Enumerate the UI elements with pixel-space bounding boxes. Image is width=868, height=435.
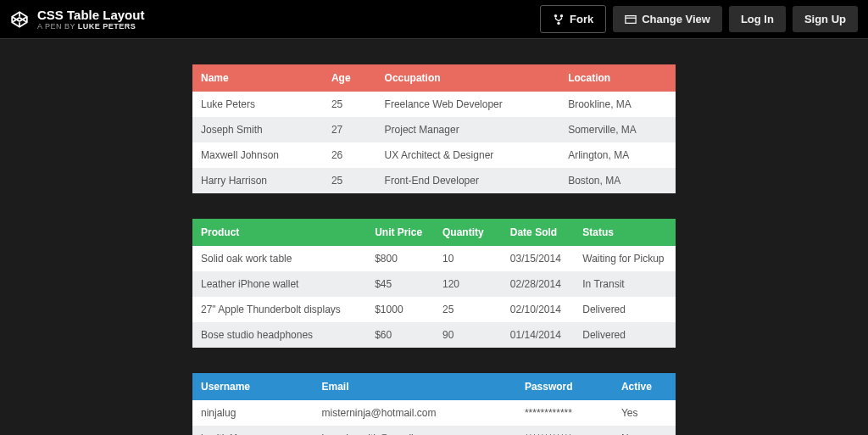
fork-button[interactable]: Fork	[540, 5, 606, 33]
table-cell: Brookline, MA	[559, 92, 676, 117]
people-table: NameAgeOccupationLocation Luke Peters25F…	[192, 64, 676, 193]
table-cell: $60	[366, 322, 434, 348]
table-cell: Boston, MA	[559, 168, 676, 193]
table-header-row: ProductUnit PriceQuantityDate SoldStatus	[192, 219, 676, 246]
column-header: Username	[192, 373, 314, 400]
table-cell: ************	[516, 426, 613, 435]
table-cell: Harry Harrison	[192, 168, 323, 193]
column-header: Date Sold	[502, 219, 575, 246]
column-header: Occupation	[376, 64, 560, 92]
content-scroll[interactable]: NameAgeOccupationLocation Luke Peters25F…	[0, 39, 868, 435]
table-cell: Luke Peters	[192, 92, 323, 117]
sign-up-label: Sign Up	[804, 13, 846, 25]
pen-title: CSS Table Layout	[37, 8, 144, 22]
table-row: Bose studio headphones$609001/14/2014Del…	[192, 322, 676, 348]
table-cell: Freelance Web Developer	[376, 92, 560, 117]
table-cell: 26	[323, 142, 376, 168]
table-cell: Joseph Smith	[192, 117, 323, 142]
table-cell: $1000	[366, 297, 434, 322]
table-cell: Waiting for Pickup	[574, 246, 676, 271]
table-cell: $800	[366, 246, 434, 271]
users-table: UsernameEmailPasswordActive ninjalugmist…	[192, 373, 676, 435]
table-cell: 27" Apple Thunderbolt displays	[192, 297, 366, 322]
table-cell: 27	[323, 117, 376, 142]
table-row: Maxwell Johnson26UX Architect & Designer…	[192, 142, 676, 168]
change-view-label: Change View	[642, 13, 710, 25]
table-cell: ninjalug	[192, 400, 314, 426]
table-cell: Arlington, MA	[559, 142, 676, 168]
table-cell: Solid oak work table	[192, 246, 366, 271]
pen-author[interactable]: Luke Peters	[78, 22, 136, 31]
table-cell: Yes	[613, 400, 676, 426]
table-cell: No	[613, 426, 676, 435]
table-row: jsmith41joseph.smith@gmail.com**********…	[192, 426, 676, 435]
table-row: ninjalugmisterninja@hotmail.com*********…	[192, 400, 676, 426]
table-cell: 02/28/2014	[502, 271, 575, 297]
table-cell: misterninja@hotmail.com	[314, 400, 516, 426]
table-cell: Leather iPhone wallet	[192, 271, 366, 297]
table-cell: ************	[516, 400, 613, 426]
column-header: Location	[559, 64, 676, 92]
svg-point-10	[557, 21, 560, 25]
table-cell: 25	[323, 168, 376, 193]
column-header: Quantity	[434, 219, 502, 246]
svg-rect-11	[626, 15, 636, 23]
table-cell: 90	[434, 322, 502, 348]
table-cell: Front-End Developer	[376, 168, 560, 193]
column-header: Active	[613, 373, 676, 400]
table-cell: 02/10/2014	[502, 297, 575, 322]
fork-icon	[553, 14, 565, 25]
content: NameAgeOccupationLocation Luke Peters25F…	[192, 64, 676, 401]
column-header: Unit Price	[366, 219, 434, 246]
table-cell: 10	[434, 246, 502, 271]
column-header: Product	[192, 219, 366, 246]
table-cell: Delivered	[574, 297, 676, 322]
table-row: Solid oak work table$8001003/15/2014Wait…	[192, 246, 676, 271]
table-cell: Delivered	[574, 322, 676, 348]
table-row: Leather iPhone wallet$4512002/28/2014In …	[192, 271, 676, 297]
table-cell: 120	[434, 271, 502, 297]
table-row: 27" Apple Thunderbolt displays$10002502/…	[192, 297, 676, 322]
top-bar: CSS Table Layout A PEN BY Luke Peters Fo…	[0, 0, 868, 39]
svg-point-9	[560, 14, 564, 17]
byline-prefix: A PEN BY	[37, 22, 78, 31]
column-header: Age	[323, 64, 376, 92]
column-header: Password	[516, 373, 613, 400]
codepen-logo-icon	[10, 10, 29, 29]
view-icon	[625, 14, 637, 25]
table-row: Harry Harrison25Front-End DeveloperBosto…	[192, 168, 676, 193]
table-cell: In Transit	[574, 271, 676, 297]
sign-up-button[interactable]: Sign Up	[793, 6, 858, 32]
column-header: Status	[574, 219, 676, 246]
column-header: Email	[314, 373, 516, 400]
table-cell: 03/15/2014	[502, 246, 575, 271]
table-header-row: UsernameEmailPasswordActive	[192, 373, 676, 400]
table-cell: jsmith41	[192, 426, 314, 435]
table-cell: 25	[434, 297, 502, 322]
title-block: CSS Table Layout A PEN BY Luke Peters	[37, 8, 144, 31]
log-in-label: Log In	[741, 13, 774, 25]
fork-label: Fork	[570, 13, 593, 25]
pen-byline: A PEN BY Luke Peters	[37, 22, 144, 31]
products-table: ProductUnit PriceQuantityDate SoldStatus…	[192, 219, 676, 348]
table-cell: $45	[366, 271, 434, 297]
table-cell: joseph.smith@gmail.com	[314, 426, 516, 435]
svg-point-8	[554, 14, 558, 17]
table-header-row: NameAgeOccupationLocation	[192, 64, 676, 92]
change-view-button[interactable]: Change View	[613, 6, 722, 32]
table-cell: 01/14/2014	[502, 322, 575, 348]
table-cell: Project Manager	[376, 117, 560, 142]
table-cell: Bose studio headphones	[192, 322, 366, 348]
column-header: Name	[192, 64, 323, 92]
log-in-button[interactable]: Log In	[729, 6, 786, 32]
table-cell: 25	[323, 92, 376, 117]
table-cell: Maxwell Johnson	[192, 142, 323, 168]
table-cell: Somerville, MA	[559, 117, 676, 142]
table-cell: UX Architect & Designer	[376, 142, 560, 168]
table-row: Luke Peters25Freelance Web DeveloperBroo…	[192, 92, 676, 117]
table-row: Joseph Smith27Project ManagerSomerville,…	[192, 117, 676, 142]
